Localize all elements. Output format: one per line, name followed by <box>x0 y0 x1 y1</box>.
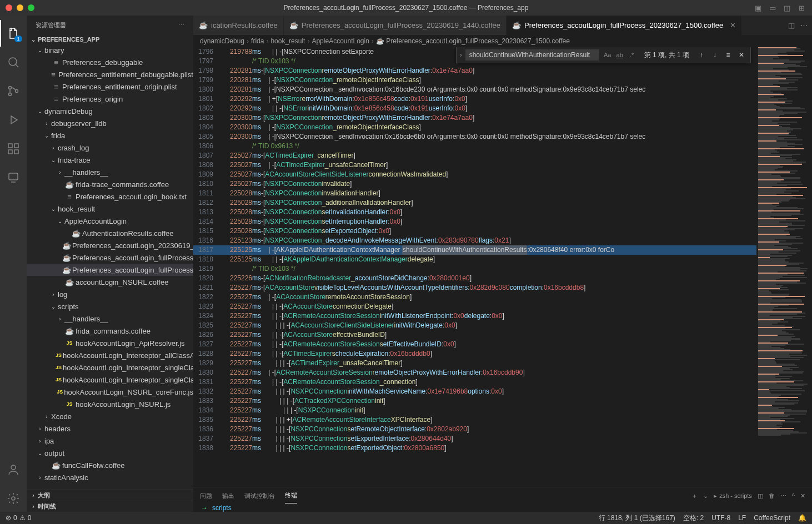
timeline-section[interactable]: › 时间线 <box>27 501 193 512</box>
folder-item[interactable]: ⌄scripts <box>27 300 193 313</box>
panel-tab[interactable]: 调试控制台 <box>244 488 275 503</box>
file-item[interactable]: JShookAccountLogin_NSURL_coreFunc.js <box>27 386 193 398</box>
layout-icon-1[interactable]: ▭ <box>768 3 778 13</box>
layout-icon-3[interactable]: ⊞ <box>796 3 806 13</box>
folder-item[interactable]: ›__handlers__ <box>27 313 193 325</box>
folder-item[interactable]: ›Xcode <box>27 410 193 422</box>
file-item[interactable]: ☕AuthenticationResults.coffee <box>27 227 193 239</box>
editor-tab[interactable]: ☕Preferences_accoutLogin_fullProcess_202… <box>507 16 742 35</box>
editor-tab[interactable]: ☕icationResults.coffee <box>193 16 284 35</box>
panel-tab[interactable]: 终端 <box>285 488 297 503</box>
file-item[interactable]: ☕frida_commands.coffee <box>27 325 193 337</box>
file-item[interactable]: JShookAccountLogin_ApiResolver.js <box>27 337 193 349</box>
extensions-activity[interactable] <box>0 135 27 162</box>
file-item[interactable]: ≡Preferences_entitlement_debuggable.plis… <box>27 68 193 80</box>
folder-item[interactable]: ›headers <box>27 422 193 435</box>
panel-tab[interactable]: 输出 <box>222 488 234 503</box>
layout-icon-2[interactable]: ◫ <box>782 3 792 13</box>
status-position[interactable]: 行 1818, 列 1 (已选择167) <box>599 513 675 523</box>
file-item[interactable]: ☕frida-trace_commands.coffee <box>27 178 193 190</box>
maximize-window[interactable] <box>28 4 34 11</box>
find-input[interactable] <box>465 49 599 61</box>
find-next-icon[interactable]: ↓ <box>709 51 720 59</box>
remote-activity[interactable] <box>0 164 27 191</box>
file-item[interactable]: ☕Preferences_accoutLogin_fullProcess_... <box>27 251 193 264</box>
folder-item[interactable]: ⌄hook_result <box>27 203 193 215</box>
close-window[interactable] <box>6 4 12 11</box>
folder-item[interactable]: ⌄dynamicDebug <box>27 105 193 117</box>
status-spaces[interactable]: 空格: 2 <box>683 513 704 523</box>
status-bell-icon[interactable]: 🔔 <box>798 514 806 522</box>
folder-item[interactable]: ⌄frida <box>27 129 193 142</box>
explorer-activity[interactable]: 1 <box>0 20 27 47</box>
code-line: 1835225227 ms | | | +[ACRemoteAccountSto… <box>193 415 756 425</box>
settings-activity[interactable] <box>0 485 27 512</box>
match-case-icon[interactable]: Aa <box>602 49 613 61</box>
regex-icon[interactable]: .* <box>626 49 638 61</box>
terminal-max-icon[interactable]: ^ <box>792 492 795 499</box>
terminal-split-icon[interactable]: ◫ <box>758 492 763 500</box>
split-editor-icon[interactable]: ◫ <box>788 21 795 29</box>
breadcrumb-item[interactable]: hook_result <box>270 37 305 45</box>
folder-item[interactable]: ›__handlers__ <box>27 166 193 178</box>
file-item[interactable]: JShookAccountLogin_NSURL.js <box>27 398 193 410</box>
minimap[interactable] <box>756 47 812 487</box>
breadcrumb-item[interactable]: AppleAccountLogin <box>312 37 369 45</box>
outline-section[interactable]: › 大纲 <box>27 490 193 501</box>
breadcrumb-item[interactable]: frida <box>251 37 264 45</box>
find-prev-icon[interactable]: ↑ <box>696 51 707 59</box>
file-item[interactable]: JShookAccountLogin_Interceptor_singleCla… <box>27 361 193 374</box>
file-item[interactable]: JShookAccountLogin_Interceptor_singleCla… <box>27 374 193 386</box>
debug-activity[interactable] <box>0 107 27 133</box>
status-encoding[interactable]: UTF-8 <box>711 514 730 522</box>
sidebar-section-header[interactable]: ⌄ PREFERENCES_APP <box>27 35 193 44</box>
terminal-trash-icon[interactable]: 🗑 <box>769 492 775 499</box>
breadcrumb-item[interactable]: ☕ Preferences_accoutLogin_fullProcess_20… <box>376 37 570 45</box>
terminal-close-icon[interactable]: ✕ <box>800 492 805 500</box>
match-word-icon[interactable]: ab <box>614 49 625 61</box>
file-item[interactable]: ≡Preferences_accoutLogin_hook.txt <box>27 190 193 203</box>
terminal-dropdown-icon[interactable]: ⌄ <box>703 492 708 500</box>
minimize-window[interactable] <box>17 4 23 11</box>
tab-more-icon[interactable]: ⋯ <box>800 21 808 29</box>
find-expand-icon[interactable]: › <box>460 51 462 59</box>
editor-content[interactable]: 1796219788 ms | | -[NSXPCConnection setE… <box>193 47 756 487</box>
status-eol[interactable]: LF <box>738 514 746 522</box>
terminal-more-icon[interactable]: ⋯ <box>780 492 786 500</box>
close-tab-icon[interactable]: ✕ <box>730 21 736 29</box>
file-item[interactable]: ☕Preferences_accoutLogin_20230619_11... <box>27 239 193 251</box>
folder-item[interactable]: ⌄output <box>27 447 193 459</box>
scm-activity[interactable] <box>0 78 27 104</box>
file-item[interactable]: JShookAccountLogin_Interceptor_allClassA… <box>27 349 193 361</box>
code-line: 1838225227 ms | | | -[NSXPCConnection se… <box>193 444 756 453</box>
editor-tab[interactable]: ☕Preferences_accoutLogin_fullProcess_202… <box>284 16 507 35</box>
breadcrumb-item[interactable]: dynamicDebug <box>200 37 244 45</box>
file-item[interactable]: ☕funcCallFolw.coffee <box>27 459 193 471</box>
file-item[interactable]: ≡Preferences_debuggable <box>27 56 193 68</box>
panel-tab[interactable]: 问题 <box>200 488 212 503</box>
status-errors[interactable]: ⊘ 0 ⚠ 0 <box>6 514 31 522</box>
status-lang[interactable]: CoffeeScript <box>754 514 790 522</box>
file-item[interactable]: ☕accountLogin_NSURL.coffee <box>27 276 193 288</box>
folder-item[interactable]: ›debugserver_lldb <box>27 117 193 129</box>
breadcrumb[interactable]: dynamicDebug›frida›hook_result›AppleAcco… <box>193 35 812 47</box>
folder-item[interactable]: ›crash_log <box>27 142 193 154</box>
account-activity[interactable] <box>0 456 27 483</box>
file-item[interactable]: ≡Preferences_entitlement_origin.plist <box>27 80 193 93</box>
folder-item[interactable]: ⌄binary <box>27 44 193 56</box>
find-close-icon[interactable]: ✕ <box>736 51 747 59</box>
find-filter-icon[interactable]: ≡ <box>723 51 734 59</box>
terminal-shell-label[interactable]: ▸zsh - scripts <box>714 492 752 500</box>
panel-toggle-icon[interactable]: ▣ <box>753 3 763 13</box>
folder-item[interactable]: ›ipa <box>27 435 193 447</box>
sidebar-more-icon[interactable]: ⋯ <box>178 22 184 29</box>
terminal-new-icon[interactable]: ＋ <box>691 492 698 500</box>
folder-item[interactable]: ⌄AppleAccountLogin <box>27 215 193 227</box>
search-activity[interactable] <box>0 49 27 75</box>
svg-rect-6 <box>8 144 12 148</box>
folder-item[interactable]: ›staticAnalysic <box>27 471 193 483</box>
file-item[interactable]: ≡Preferences_origin <box>27 93 193 105</box>
folder-item[interactable]: ›log <box>27 288 193 300</box>
folder-item[interactable]: ⌄frida-trace <box>27 154 193 166</box>
file-item[interactable]: ☕Preferences_accoutLogin_fullProcess_... <box>27 264 193 276</box>
